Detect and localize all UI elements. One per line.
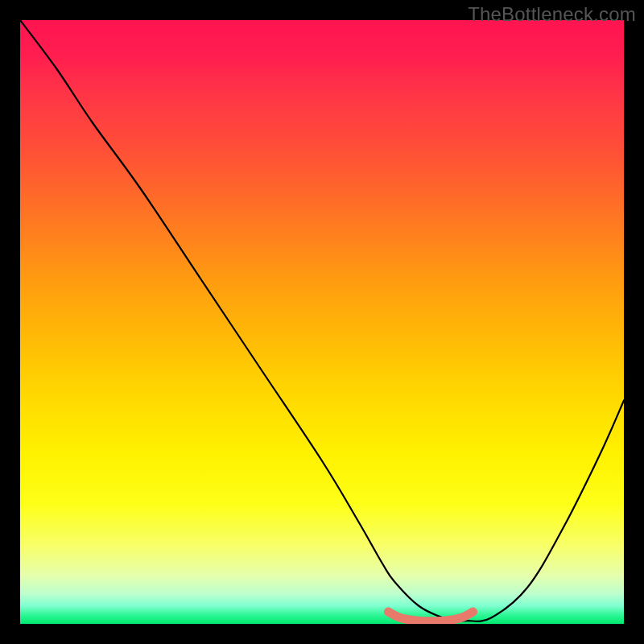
bottleneck-curve (20, 20, 624, 621)
chart-plot-area (20, 20, 624, 624)
chart-svg (20, 20, 624, 624)
watermark-text: TheBottleneck.com (468, 3, 636, 26)
